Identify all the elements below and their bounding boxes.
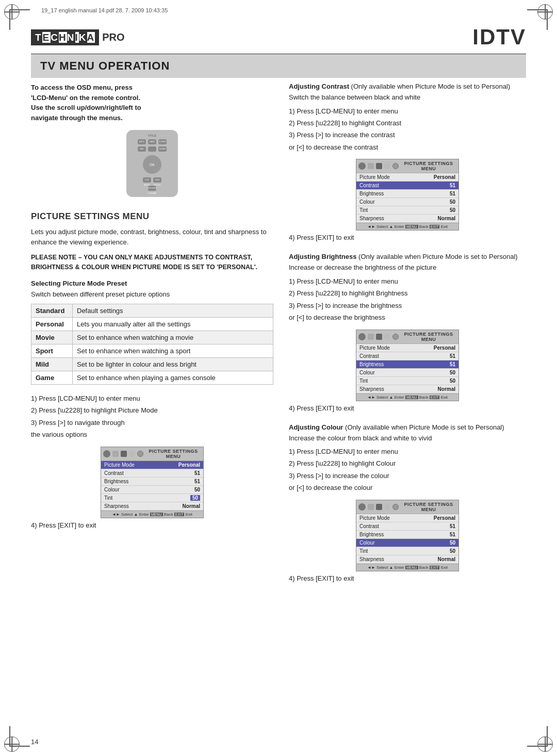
picture-settings-heading: PICTURE SETTINGS MENU (31, 211, 273, 222)
step-item: 3) Press [>] to navigate through (31, 417, 273, 428)
screen-row: Tint50 (356, 547, 458, 555)
step-item: 3) Press [>] to increase the contrast (289, 129, 526, 140)
step-item: or [<] to decrease the contrast (289, 142, 526, 153)
step-item: 3) Press [>] to increase the brightness (289, 300, 526, 311)
preset-desc-cell: Default settings (73, 304, 273, 317)
brightness-mockup: PICTURE SETTINGS MENUPicture ModePersona… (356, 330, 459, 401)
screen-row: Colour50 (356, 198, 458, 206)
contrast-press-exit: 4) Press [EXIT] to exit (289, 234, 526, 241)
brightness-steps: 1) Press [LCD-MENU] to enter menu2) Pres… (289, 276, 526, 323)
brightness-body: Increase or decrease the brightness of t… (289, 262, 526, 273)
brightness-heading: Adjusting Brightness (Only available whe… (289, 253, 526, 260)
remote-image: TITLE INFO LANG D DISP MIX GUIDE OK LCD … (116, 130, 188, 202)
right-section-contrast: Adjusting Contrast (Only available when … (289, 83, 526, 241)
intro-text: To access the OSD menu, press 'LCD-Menu'… (31, 83, 273, 123)
screen-row: SharpnessNormal (356, 555, 458, 564)
table-row: PersonalLets you manually alter all the … (31, 317, 273, 331)
screen-mockup-1: PICTURE SETTINGS MENU Picture ModePerson… (101, 447, 204, 518)
logo-idtv: IDTV (472, 25, 526, 50)
table-row: GameSet to enhance when playing a games … (31, 371, 273, 384)
preset-mode-cell: Personal (31, 317, 73, 331)
meta-line: 19_17 english manual 14.pdf 28. 7. 2009 … (41, 7, 168, 13)
colour-mockup: PICTURE SETTINGS MENUPicture ModePersona… (356, 500, 459, 571)
step-item: 2) Press [\u2228] to highlight Colour (289, 458, 526, 469)
left-steps-list: 1) Press [LCD-MENU] to enter menu2) Pres… (31, 393, 273, 440)
step-item: 2) Press [\u2228] to highlight Picture M… (31, 405, 273, 416)
preset-desc-cell: Set to be lighter in colour and less bri… (73, 357, 273, 371)
screen-row: Brightness51 (356, 190, 458, 198)
main-content: To access the OSD menu, press 'LCD-Menu'… (31, 83, 526, 725)
preset-table: StandardDefault settingsPersonalLets you… (31, 304, 273, 385)
table-row: MovieSet to enhance when watching a movi… (31, 331, 273, 344)
brightness-screen: PICTURE SETTINGS MENUPicture ModePersona… (289, 330, 526, 401)
step-item: the various options (31, 429, 273, 440)
selecting-body: Switch between different preset picture … (31, 289, 273, 300)
step-item: 3) Press [>] to increase the colour (289, 470, 526, 481)
screen-row: Colour50 (356, 539, 458, 547)
preset-desc-cell: Set to enhance when watching a movie (73, 331, 273, 344)
preset-mode-cell: Sport (31, 344, 73, 357)
screen-mockup-1-container: PICTURE SETTINGS MENU Picture ModePerson… (31, 447, 273, 518)
screen-row: Contrast51 (356, 182, 458, 190)
screen-row: Picture ModePersonal (356, 344, 458, 352)
logo-box: TECHNIKA PRO (31, 29, 125, 45)
step-item: or [<] to decrease the brightness (289, 312, 526, 323)
selecting-heading: Selecting Picture Mode Preset (31, 280, 273, 287)
screen-row: Brightness51 (356, 531, 458, 539)
page-title-bar: TV MENU OPERATION (31, 54, 526, 78)
contrast-body: Switch the balance between black and whi… (289, 92, 526, 103)
page-title: TV MENU OPERATION (40, 59, 517, 73)
preset-desc-cell: Lets you manually alter all the settings (73, 317, 273, 331)
reg-circle-bl (4, 736, 20, 752)
step-item: 1) Press [LCD-MENU] to enter menu (289, 106, 526, 117)
step-item: 2) Press [\u2228] to highlight Contrast (289, 118, 526, 128)
screen-row: Contrast51 (356, 522, 458, 531)
step-item: 2) Press [\u2228] to highlight Brightnes… (289, 288, 526, 299)
screen-row: SharpnessNormal (356, 215, 458, 223)
contrast-mockup: PICTURE SETTINGS MENUPicture ModePersona… (356, 159, 459, 231)
colour-steps: 1) Press [LCD-MENU] to enter menu2) Pres… (289, 446, 526, 494)
screen-row: SharpnessNormal (356, 385, 458, 393)
header: TECHNIKA PRO IDTV (31, 25, 526, 55)
technika-logo: TECHNIKA (31, 29, 99, 45)
right-section-colour: Adjusting Colour (Only available when Pi… (289, 423, 526, 582)
screen-row: Tint50 (356, 377, 458, 385)
contrast-heading: Adjusting Contrast (Only available when … (289, 83, 526, 90)
table-row: StandardDefault settings (31, 304, 273, 317)
preset-desc-cell: Set to enhance when playing a games cons… (73, 371, 273, 384)
contrast-steps: 1) Press [LCD-MENU] to enter menu2) Pres… (289, 106, 526, 153)
screen-row: Picture ModePersonal (356, 514, 458, 522)
preset-mode-cell: Mild (31, 357, 73, 371)
reg-circle-tl (4, 4, 20, 20)
brightness-press-exit: 4) Press [EXIT] to exit (289, 404, 526, 412)
step-item: 1) Press [LCD-MENU] to enter menu (31, 393, 273, 404)
page-number: 14 (31, 738, 38, 746)
reg-circle-br (537, 736, 553, 752)
picture-settings-body: Lets you adjust picture mode, contrast, … (31, 227, 273, 248)
colour-press-exit: 4) Press [EXIT] to exit (289, 574, 526, 582)
preset-mode-cell: Standard (31, 304, 73, 317)
reg-circle-tr (537, 4, 553, 20)
colour-body: Increase the colour from black and white… (289, 433, 526, 443)
preset-mode-cell: Movie (31, 331, 73, 344)
preset-mode-cell: Game (31, 371, 73, 384)
colour-screen: PICTURE SETTINGS MENUPicture ModePersona… (289, 500, 526, 571)
press-exit-1: 4) Press [EXIT] to exit (31, 521, 273, 529)
screen-row: Brightness51 (356, 360, 458, 369)
right-column: Adjusting Contrast (Only available when … (289, 83, 526, 725)
screen-row: Colour50 (356, 369, 458, 377)
step-item: or [<] to decrease the colour (289, 482, 526, 493)
screen-row: Tint50 (356, 206, 458, 215)
table-row: MildSet to be lighter in colour and less… (31, 357, 273, 371)
right-section-brightness: Adjusting Brightness (Only available whe… (289, 253, 526, 412)
note-text: PLEASE NOTE – YOU CAN ONLY MAKE ADJUSTME… (31, 253, 273, 272)
colour-heading: Adjusting Colour (Only available when Pi… (289, 423, 526, 431)
preset-desc-cell: Set to enhance when watching a sport (73, 344, 273, 357)
table-row: SportSet to enhance when watching a spor… (31, 344, 273, 357)
screen-row: Contrast51 (356, 352, 458, 360)
logo-pro: PRO (102, 31, 124, 43)
contrast-screen: PICTURE SETTINGS MENUPicture ModePersona… (289, 159, 526, 231)
step-item: 1) Press [LCD-MENU] to enter menu (289, 446, 526, 457)
step-item: 1) Press [LCD-MENU] to enter menu (289, 276, 526, 287)
left-column: To access the OSD menu, press 'LCD-Menu'… (31, 83, 273, 725)
